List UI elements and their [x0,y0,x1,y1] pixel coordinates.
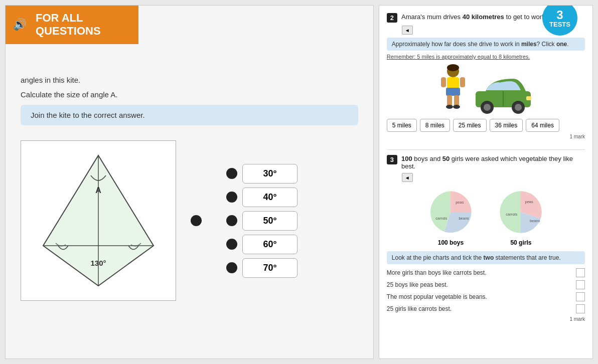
svg-rect-8 [446,88,460,96]
drag-dot-middle[interactable] [191,215,202,226]
checkbox-label-3: The most popular vegetable is beans. [387,293,487,300]
answer-option-40: 40° [226,188,297,207]
q2-mark: 1 mark [387,134,585,139]
svg-point-14 [453,105,460,109]
pie-row: peas beans carrots 100 boys peas be [387,187,585,246]
pie-chart-girls: peas beans carrots 50 girls [491,187,551,246]
q3-number-row: 3 100 boys and 50 girls were asked which… [387,155,585,170]
miles-btn-8[interactable]: 8 miles [420,119,450,132]
checkbox-1[interactable] [576,268,585,277]
answer-btn-50[interactable]: 50° [242,211,297,231]
answer-options: 30° 40° 50° 60° 70° [226,164,297,278]
svg-point-19 [515,104,522,111]
svg-text:beans: beans [459,216,470,221]
q3-instruction: Look at the pie charts and tick the two … [387,251,585,264]
answer-option-70: 70° [226,258,297,278]
answer-btn-40[interactable]: 40° [242,188,297,207]
dot-50[interactable] [226,215,237,226]
left-content: angles in this kite. Calculate the size … [6,6,373,311]
svg-text:peas: peas [456,200,465,205]
dot-30[interactable] [226,168,237,179]
checkbox-2[interactable] [576,280,585,289]
svg-rect-9 [447,95,452,106]
speaker-icon[interactable]: 🔊 [13,18,27,31]
miles-row: 5 miles 8 miles 25 miles 36 miles 64 mil… [387,119,585,132]
svg-point-17 [484,104,491,111]
miles-btn-25[interactable]: 25 miles [453,119,487,132]
car-svg [473,74,533,114]
checkbox-item-3: The most popular vegetable is beans. [387,292,585,301]
answer-btn-70[interactable]: 70° [242,258,297,278]
svg-point-6 [447,64,459,71]
badge-label: TESTS [549,21,570,28]
checkbox-4[interactable] [576,304,585,313]
pie-label-boys: 100 boys [438,239,464,246]
answer-btn-60[interactable]: 60° [242,235,297,254]
q2-audio-btn[interactable]: ◄ [402,26,413,35]
person-svg [438,64,468,114]
answer-option-30: 30° [226,164,297,184]
svg-rect-11 [441,77,446,87]
pie-chart-boys: peas beans carrots 100 boys [420,187,481,246]
checkbox-3[interactable] [576,292,585,301]
answer-option-60: 60° [226,235,297,254]
answer-option-50: 50° [226,211,297,231]
q3-mark: 1 mark [387,316,585,322]
kite-container: A 130° [21,140,176,301]
svg-rect-20 [526,96,531,100]
checkboxes-area: More girls than boys like carrots best. … [387,268,585,313]
miles-btn-5[interactable]: 5 miles [387,119,417,132]
question-text: Calculate the size of angle A. [21,90,358,99]
dot-40[interactable] [226,192,237,203]
answer-btn-30[interactable]: 30° [242,164,297,184]
q2-remember: Remember: 5 miles is approximately equal… [387,54,585,60]
dot-60[interactable] [226,239,237,250]
illustration-area [387,64,585,114]
instruction-box: Join the kite to the correct answer. [21,105,358,125]
q3-text: 100 boys and 50 girls were asked which v… [401,155,585,170]
q2-text: Amara's mum drives 40 kilometres to get … [401,13,547,21]
badge-number: 3 [556,9,563,21]
q2-instruction: Approximately how far does she drive to … [387,38,585,51]
checkbox-label-2: 25 boys like peas best. [387,281,448,288]
left-panel: 🔊 FOR ALL QUESTIONS angles in this kite.… [5,5,374,359]
svg-text:peas: peas [525,200,534,204]
q3-section: 3 100 boys and 50 girls were asked which… [387,155,585,322]
miles-btn-64[interactable]: 64 miles [526,119,559,132]
miles-btn-36[interactable]: 36 miles [490,119,523,132]
q3-audio-btn[interactable]: ◄ [402,173,413,182]
right-panel: 3 TESTS 2 Amara's mum drives 40 kilometr… [379,5,593,359]
svg-text:130°: 130° [90,259,106,267]
banner-line2: QUESTIONS [36,25,101,37]
kite-svg: A 130° [28,145,169,296]
question-subtitle: angles in this kite. [21,76,358,84]
checkbox-item-1: More girls than boys like carrots best. [387,268,585,277]
checkbox-label-4: 25 girls like carrots best. [387,305,452,312]
pie-svg-girls: peas beans carrots [491,187,551,237]
pie-label-girls: 50 girls [510,239,531,246]
checkbox-item-4: 25 girls like carrots best. [387,304,585,313]
q3-number: 3 [387,155,397,164]
banner-line1: FOR ALL [36,12,83,24]
svg-point-13 [446,105,453,109]
kite-area: A 130° [21,140,358,301]
svg-text:A: A [95,186,101,195]
svg-text:beans: beans [530,219,541,223]
svg-rect-10 [454,95,459,106]
svg-text:carrots: carrots [436,216,447,221]
checkbox-item-2: 25 boys like peas best. [387,280,585,289]
divider-1 [387,149,585,150]
dot-70[interactable] [226,262,237,273]
svg-text:carrots: carrots [506,212,518,217]
checkbox-label-1: More girls than boys like carrots best. [387,269,487,276]
pie-svg-boys: peas beans carrots [420,187,481,237]
orange-banner: 🔊 FOR ALL QUESTIONS [6,6,138,44]
svg-rect-12 [460,77,465,87]
q2-number: 2 [387,13,397,23]
